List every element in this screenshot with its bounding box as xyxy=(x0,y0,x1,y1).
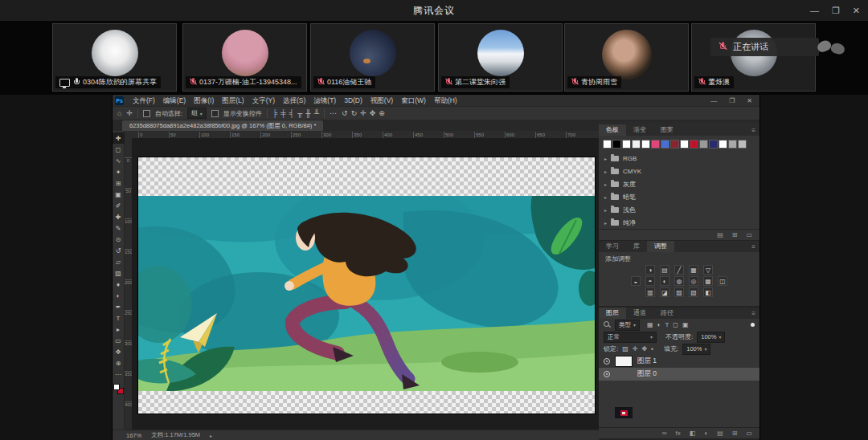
color-swatch[interactable] xyxy=(680,140,689,149)
delete-swatch-icon[interactable]: ▭ xyxy=(746,231,752,238)
participant-tile-screen-share[interactable]: 0304陈欣韵的屏幕共享 xyxy=(52,23,177,92)
selective-color-icon[interactable]: ▧ xyxy=(689,287,698,297)
color-swatch[interactable] xyxy=(738,140,747,149)
filter-pixel-layers-icon[interactable]: ▦ xyxy=(647,321,653,328)
color-swatch[interactable] xyxy=(632,140,641,149)
brush-tool[interactable]: ✎ xyxy=(113,222,125,234)
tab-adjustments[interactable]: 调整 xyxy=(647,241,674,252)
eraser-tool[interactable]: ▱ xyxy=(113,256,125,267)
layer-name[interactable]: 图层 1 xyxy=(637,356,657,366)
participant-tile-speaking[interactable]: 董烁澳 xyxy=(691,23,816,92)
foreground-background-colors[interactable] xyxy=(113,384,124,394)
maximize-button[interactable]: ❐ xyxy=(832,0,840,21)
clone-stamp-tool[interactable]: ⊙ xyxy=(113,234,125,245)
zoom-tool[interactable]: ⊕ xyxy=(113,357,125,369)
color-swatch[interactable] xyxy=(612,140,621,149)
threshold-icon[interactable]: ◪ xyxy=(660,287,669,297)
delete-layer-icon[interactable]: ▭ xyxy=(746,430,752,437)
expand-caret-icon[interactable]: ▸ xyxy=(604,156,607,161)
eyedropper-tool[interactable]: ✐ xyxy=(113,200,125,211)
close-button[interactable]: ✕ xyxy=(853,0,860,21)
lock-all-icon[interactable]: ▪ xyxy=(651,345,653,352)
color-swatch[interactable] xyxy=(719,140,727,149)
swatch-group[interactable]: ▸RGB xyxy=(599,152,760,165)
tab-swatches[interactable]: 色板 xyxy=(599,124,626,136)
menu-item[interactable]: 视图(V) xyxy=(366,95,397,106)
menu-item[interactable]: 文字(Y) xyxy=(248,95,279,106)
swatch-group[interactable]: ▸CMYK xyxy=(599,165,760,177)
layer-row-0-selected[interactable]: 图层 0 xyxy=(599,368,760,381)
spot-healing-tool[interactable]: ✚ xyxy=(113,211,125,222)
color-swatch[interactable] xyxy=(622,140,631,149)
hand-tool[interactable]: ✥ xyxy=(113,346,125,357)
layer-thumbnail[interactable] xyxy=(615,356,633,367)
quick-selection-tool[interactable]: ✦ xyxy=(113,166,125,177)
swatch-group[interactable]: ▸浅色 xyxy=(599,203,760,216)
filter-shape-layers-icon[interactable]: ◻ xyxy=(673,321,678,328)
color-swatch[interactable] xyxy=(641,140,650,149)
auto-select-checkbox[interactable] xyxy=(143,110,150,117)
color-swatch[interactable] xyxy=(603,140,612,149)
participant-tile[interactable]: 第二课堂朱向强 xyxy=(438,23,563,92)
menu-item[interactable]: 3D(D) xyxy=(340,95,366,106)
menu-item[interactable]: 文件(F) xyxy=(129,95,159,106)
lock-position-icon[interactable]: ✥ xyxy=(642,345,648,352)
ps-restore-button[interactable]: ❐ xyxy=(729,97,735,104)
menu-item[interactable]: 窗口(W) xyxy=(397,95,430,106)
participant-tile[interactable]: 0137-万疆楠-油工-13945348... xyxy=(182,23,307,92)
tab-patterns[interactable]: 图案 xyxy=(653,124,681,136)
swatch-group[interactable]: ▸蜡笔 xyxy=(599,190,760,203)
color-swatch[interactable] xyxy=(651,140,660,149)
lock-pixels-icon[interactable]: ✛ xyxy=(633,345,638,352)
ps-close-button[interactable]: ✕ xyxy=(747,97,752,104)
photo-filter-icon[interactable]: ◍ xyxy=(674,276,684,286)
crop-tool[interactable]: ⊞ xyxy=(113,177,125,189)
expand-caret-icon[interactable]: ▸ xyxy=(604,220,607,226)
threed-mode-buttons[interactable]: ↺↻✛✥⊕ xyxy=(342,107,385,120)
minimize-button[interactable]: — xyxy=(810,0,819,21)
brightness-contrast-icon[interactable]: ◑ xyxy=(645,265,655,275)
home-icon[interactable]: ⌂ xyxy=(117,107,121,120)
menu-item[interactable]: 选择(S) xyxy=(279,95,309,106)
panel-menu-icon[interactable]: ≡ xyxy=(751,127,755,134)
layer-filter-dropdown[interactable]: 类型▾ xyxy=(615,320,640,331)
document-canvas[interactable] xyxy=(138,157,595,414)
blur-tool[interactable]: ♦ xyxy=(113,279,125,290)
fill-value[interactable]: 100%▾ xyxy=(682,344,710,355)
vibrance-icon[interactable]: ▽ xyxy=(703,265,713,275)
panel-menu-icon[interactable]: ≡ xyxy=(751,243,755,251)
invert-icon[interactable]: ◫ xyxy=(718,276,727,286)
more-options-icon[interactable]: ⋯ xyxy=(330,107,337,120)
shape-tool[interactable]: ▭ xyxy=(113,335,125,346)
layer-mask-icon[interactable]: ◧ xyxy=(690,430,696,437)
link-layers-icon[interactable]: ∞ xyxy=(662,430,667,437)
filter-toggle-icon[interactable] xyxy=(751,323,755,327)
new-layer-icon[interactable]: ⊞ xyxy=(732,430,738,437)
hue-saturation-icon[interactable]: ◒ xyxy=(631,276,641,286)
layer-style-icon[interactable]: fx xyxy=(676,430,681,437)
pen-tool[interactable]: ✒ xyxy=(113,301,125,312)
color-swatch[interactable] xyxy=(728,140,737,149)
marquee-tool[interactable]: ◻ xyxy=(113,144,125,155)
swatch-group[interactable]: ▸灰度 xyxy=(599,177,760,190)
levels-icon[interactable]: ▤ xyxy=(660,265,669,275)
filter-type-layers-icon[interactable]: T xyxy=(665,321,669,328)
dodge-tool[interactable]: ◐ xyxy=(113,290,125,301)
lock-transparency-icon[interactable]: ▨ xyxy=(622,345,628,352)
menu-item[interactable]: 图像(I) xyxy=(190,95,218,106)
menu-item[interactable]: 滤镜(T) xyxy=(309,95,340,106)
move-tool-preset-icon[interactable]: ✛ xyxy=(126,107,133,120)
menu-item[interactable]: 编辑(E) xyxy=(159,95,190,106)
status-chevron-icon[interactable]: ▸ xyxy=(210,433,212,438)
show-transform-checkbox[interactable] xyxy=(211,110,219,117)
document-tab[interactable]: 6235d88075da891a2e482a38f85bf00.jpg @ 16… xyxy=(122,120,323,131)
gradient-tool[interactable]: ▨ xyxy=(113,267,125,279)
color-balance-icon[interactable]: ◓ xyxy=(645,276,655,286)
blend-mode-dropdown[interactable]: 正常▾ xyxy=(604,332,657,343)
color-lookup-icon[interactable]: ▦ xyxy=(703,276,713,286)
tab-channels[interactable]: 通道 xyxy=(626,308,653,319)
auto-select-dropdown[interactable]: 组▾ xyxy=(187,108,207,119)
lasso-tool[interactable]: ∿ xyxy=(113,155,125,166)
tab-learn[interactable]: 学习 xyxy=(599,241,626,252)
tab-gradients[interactable]: 渐变 xyxy=(626,124,653,136)
